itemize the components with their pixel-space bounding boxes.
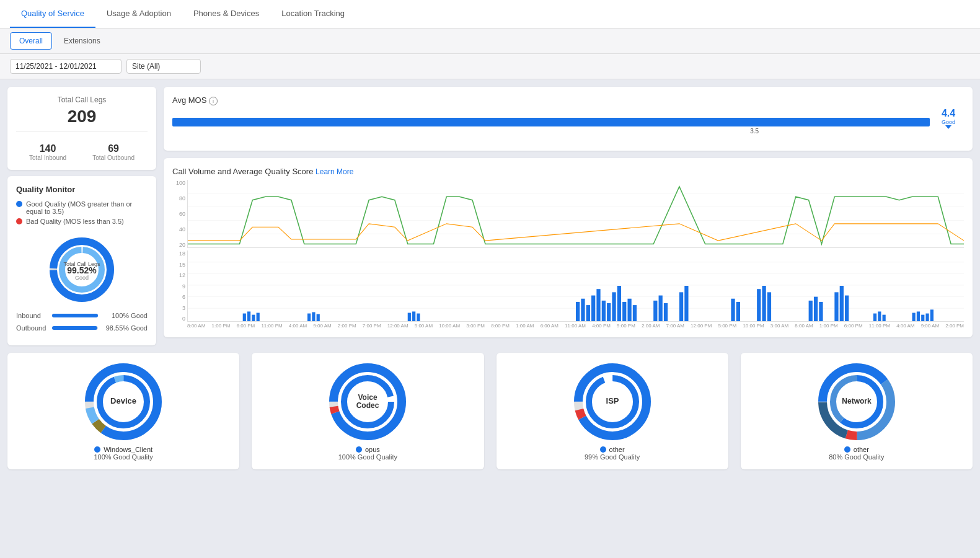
device-legend-quality: 100% Good Quality — [94, 453, 152, 461]
svg-rect-40 — [679, 292, 683, 321]
call-legs-card: Total Call Legs 209 140 Total Inbound 69… — [7, 87, 156, 170]
svg-rect-53 — [873, 314, 876, 321]
isp-legend-name: other — [609, 446, 625, 453]
device-donut-svg: Device — [83, 361, 164, 442]
svg-rect-23 — [412, 311, 415, 321]
outbound-progress-fill — [52, 326, 97, 330]
svg-rect-16 — [247, 311, 250, 321]
left-panel: Total Call Legs 209 140 Total Inbound 69… — [7, 87, 156, 345]
learn-more-link[interactable]: Learn More — [316, 167, 353, 176]
isp-donut-section: ISP other 99% Good Quality — [497, 353, 728, 469]
tab-quality-of-service[interactable]: Quality of Service — [10, 0, 95, 28]
svg-rect-60 — [930, 309, 934, 321]
legend-bad-text: Bad Quality (MOS less than 3.5) — [26, 218, 124, 225]
mos-grade: Good — [933, 119, 964, 125]
svg-text:99.52%: 99.52% — [67, 265, 97, 275]
quality-monitor-card: Quality Monitor Good Quality (MOS greate… — [7, 176, 156, 345]
device-legend-dot — [94, 446, 100, 453]
isp-legend: other — [600, 446, 625, 453]
mos-3-5-label: 3.5 — [750, 128, 759, 135]
svg-rect-50 — [834, 292, 838, 321]
svg-text:Device: Device — [110, 396, 136, 405]
avg-mos-info-icon[interactable]: i — [209, 97, 218, 105]
filters-bar — [0, 54, 980, 79]
svg-text:Network: Network — [842, 397, 872, 405]
svg-rect-51 — [840, 286, 844, 321]
mos-value: 4.4 — [933, 108, 964, 119]
svg-rect-28 — [591, 296, 595, 321]
outbound-progress-row: Outbound 98.55% Good — [16, 324, 148, 332]
svg-rect-36 — [633, 305, 637, 321]
network-legend-dot — [844, 446, 850, 453]
svg-rect-46 — [767, 292, 771, 321]
y-axis-bottom: 1815129630 — [172, 250, 187, 322]
svg-rect-43 — [736, 302, 740, 321]
call-legs-total: 209 — [16, 107, 148, 126]
inbound-progress-fill — [52, 314, 98, 317]
svg-rect-47 — [809, 301, 813, 321]
quality-donut-container: Total Call Legs 99.52% Good — [16, 232, 148, 307]
subtab-extensions[interactable]: Extensions — [55, 32, 110, 50]
voice-codec-donut-section: Voice Codec opus 100% Good Quality — [252, 353, 483, 469]
inbound-number: 140 — [29, 143, 66, 154]
svg-rect-59 — [925, 314, 929, 321]
sub-nav: Overall Extensions — [0, 29, 980, 54]
site-filter-input[interactable] — [126, 59, 201, 74]
outbound-progress-label: Outbound — [16, 324, 47, 332]
network-legend-name: other — [854, 446, 869, 453]
svg-rect-54 — [878, 311, 881, 321]
svg-text:Codec: Codec — [356, 401, 379, 410]
svg-rect-34 — [622, 302, 626, 321]
inbound-progress-label: Inbound — [16, 312, 47, 319]
outbound-label: Total Outbound — [92, 154, 135, 161]
outbound-number: 69 — [92, 143, 135, 154]
svg-rect-27 — [586, 305, 590, 321]
voice-codec-legend-name: opus — [365, 446, 380, 453]
isp-donut-svg: ISP — [572, 361, 653, 442]
date-range-input[interactable] — [10, 59, 121, 74]
main-content: Total Call Legs 209 140 Total Inbound 69… — [0, 79, 980, 353]
subtab-overall[interactable]: Overall — [10, 32, 52, 50]
svg-rect-22 — [408, 313, 411, 321]
svg-rect-48 — [814, 297, 818, 321]
device-legend: Windows_Client — [94, 446, 152, 453]
call-volume-card: Call Volume and Average Quality Score Le… — [164, 158, 973, 337]
isp-legend-dot — [600, 446, 606, 453]
network-legend: other — [844, 446, 869, 453]
svg-rect-35 — [627, 299, 631, 321]
svg-text:Good: Good — [75, 275, 89, 281]
outbound-progress-bar — [52, 326, 98, 330]
svg-rect-39 — [664, 303, 668, 321]
svg-rect-21 — [317, 314, 320, 321]
svg-rect-30 — [602, 301, 606, 321]
svg-rect-44 — [757, 289, 761, 321]
svg-rect-20 — [312, 312, 315, 321]
inbound-progress-bar — [52, 314, 98, 317]
svg-rect-41 — [684, 286, 688, 321]
call-volume-title: Call Volume and Average Quality Score — [172, 167, 313, 176]
inbound-progress-row: Inbound 100% Good — [16, 312, 148, 319]
svg-rect-33 — [617, 286, 621, 321]
call-volume-header: Call Volume and Average Quality Score Le… — [172, 167, 964, 176]
outbound-progress-value: 98.55% Good — [103, 324, 148, 332]
tab-phones-devices[interactable]: Phones & Devices — [182, 0, 270, 28]
svg-rect-49 — [819, 302, 823, 321]
legend-bad-dot — [16, 218, 22, 224]
svg-rect-26 — [581, 299, 585, 321]
inbound-stat: 140 Total Inbound — [29, 143, 66, 161]
tab-location-tracking[interactable]: Location Tracking — [270, 0, 356, 28]
right-panel: Avg MOS i 3.5 4.4 Good Call Volume a — [164, 87, 973, 345]
svg-rect-19 — [307, 314, 311, 321]
svg-rect-45 — [762, 286, 766, 321]
svg-rect-25 — [576, 302, 580, 321]
device-legend-name: Windows_Client — [104, 446, 152, 453]
svg-rect-18 — [257, 313, 260, 321]
quality-donut-svg: Total Call Legs 99.52% Good — [45, 232, 119, 307]
legend-bad: Bad Quality (MOS less than 3.5) — [16, 218, 148, 225]
avg-mos-title: Avg MOS — [172, 95, 206, 105]
voice-codec-donut-svg: Voice Codec — [327, 361, 408, 442]
svg-rect-57 — [917, 311, 920, 321]
bar-chart-svg — [188, 250, 964, 321]
tab-usage-adoption[interactable]: Usage & Adoption — [95, 0, 182, 28]
top-nav: Quality of Service Usage & Adoption Phon… — [0, 0, 980, 29]
